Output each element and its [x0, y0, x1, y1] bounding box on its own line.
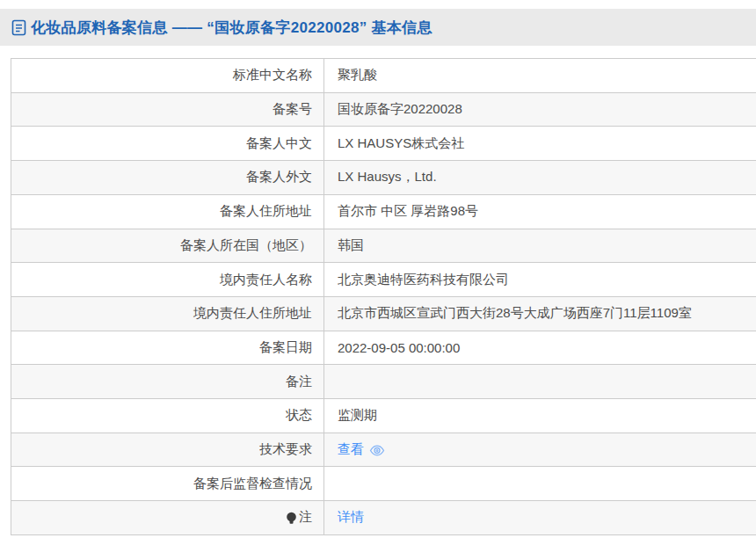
table-row: 备案号国妆原备字20220028	[11, 93, 756, 127]
row-label-text: 备案人所在国（地区）	[180, 237, 312, 254]
bulb-icon	[286, 512, 297, 526]
row-value: LX Hausys，Ltd.	[324, 161, 756, 194]
table-row: 境内责任人住所地址北京市西城区宣武门西大街28号大成广场西座7门11层1109室	[11, 297, 756, 331]
row-label-text: 境内责任人名称	[220, 272, 312, 288]
row-label: 备案号	[11, 93, 324, 127]
eye-icon[interactable]	[369, 445, 385, 456]
row-value-text: LX HAUSYS株式会社	[338, 135, 464, 152]
document-icon	[11, 19, 26, 36]
table-row: 境内责任人名称北京奥迪特医药科技有限公司	[11, 263, 756, 297]
row-label-text: 境内责任人住所地址	[193, 305, 312, 322]
row-label-text: 备案日期	[259, 339, 312, 356]
row-label-text: 注	[299, 509, 312, 526]
table-row: 技术要求查看	[11, 433, 756, 468]
row-value: 北京市西城区宣武门西大街28号大成广场西座7门11层1109室	[324, 297, 756, 331]
row-label: 境内责任人住所地址	[11, 297, 324, 331]
page-header: 化妆品原料备案信息 —— “国妆原备字20220028” 基本信息	[0, 9, 756, 46]
page-title: 化妆品原料备案信息 —— “国妆原备字20220028” 基本信息	[31, 18, 433, 38]
row-value: 查看	[324, 433, 756, 467]
row-value-text: 国妆原备字20220028	[338, 101, 462, 118]
row-value-text: 2022-09-05 00:00:00	[338, 340, 460, 355]
row-value: 首尔市 中区 厚岩路98号	[324, 195, 756, 229]
row-value-text: 首尔市 中区 厚岩路98号	[338, 203, 478, 220]
row-label: 备案人外文	[11, 161, 324, 194]
row-label-text: 备案人外文	[246, 169, 312, 185]
row-value-link[interactable]: 查看	[338, 441, 364, 458]
row-label: 境内责任人名称	[11, 263, 324, 296]
row-label: 备案后监督检查情况	[11, 467, 324, 500]
row-label: 备案人所在国（地区）	[11, 229, 324, 263]
row-value-text: 韩国	[338, 237, 364, 254]
row-label-text: 备注	[286, 374, 312, 390]
table-row: 备案人住所地址首尔市 中区 厚岩路98号	[11, 195, 756, 229]
row-value-text: LX Hausys，Ltd.	[338, 169, 437, 185]
table-row: 标准中文名称聚乳酸	[11, 59, 756, 93]
row-label: 状态	[11, 399, 324, 433]
row-value: 韩国	[324, 229, 756, 263]
table-row: 备案后监督检查情况	[11, 467, 756, 501]
row-label: 注	[11, 501, 324, 534]
table-row: 备案人所在国（地区）韩国	[11, 229, 756, 264]
row-label-text: 标准中文名称	[233, 67, 312, 84]
row-value: 国妆原备字20220028	[324, 93, 756, 127]
row-value-text: 北京市西城区宣武门西大街28号大成广场西座7门11层1109室	[338, 305, 692, 322]
row-label-text: 备案后监督检查情况	[193, 476, 312, 492]
row-label-text: 备案人中文	[246, 135, 312, 152]
row-value: 北京奥迪特医药科技有限公司	[324, 263, 756, 296]
row-value-text: 聚乳酸	[338, 67, 377, 84]
row-value	[324, 365, 756, 398]
row-value: 监测期	[324, 399, 756, 433]
row-value: 2022-09-05 00:00:00	[324, 331, 756, 365]
table-row: 注详情	[11, 501, 756, 535]
row-value: 详情	[324, 501, 756, 534]
row-label: 备案人中文	[11, 127, 324, 160]
row-value-text: 北京奥迪特医药科技有限公司	[338, 272, 509, 288]
row-label-text: 备案人住所地址	[220, 203, 312, 220]
row-value: LX HAUSYS株式会社	[324, 127, 756, 160]
row-value	[324, 467, 756, 500]
info-table: 标准中文名称聚乳酸备案号国妆原备字20220028备案人中文LX HAUSYS株…	[11, 58, 756, 535]
table-row: 备案人中文LX HAUSYS株式会社	[11, 127, 756, 161]
row-label: 备注	[11, 365, 324, 398]
row-label-text: 状态	[286, 407, 312, 424]
row-value-link[interactable]: 详情	[338, 509, 364, 526]
row-label: 技术要求	[11, 433, 324, 467]
table-row: 备案人外文LX Hausys，Ltd.	[11, 161, 756, 195]
table-row: 备案日期2022-09-05 00:00:00	[11, 331, 756, 366]
row-value: 聚乳酸	[324, 59, 756, 92]
table-row: 备注	[11, 365, 756, 399]
table-row: 状态监测期	[11, 399, 756, 433]
row-label: 备案日期	[11, 331, 324, 365]
row-label: 备案人住所地址	[11, 195, 324, 229]
row-value-text: 监测期	[338, 407, 377, 424]
row-label: 标准中文名称	[11, 59, 324, 92]
row-label-text: 技术要求	[259, 441, 312, 458]
row-label-text: 备案号	[273, 101, 312, 118]
